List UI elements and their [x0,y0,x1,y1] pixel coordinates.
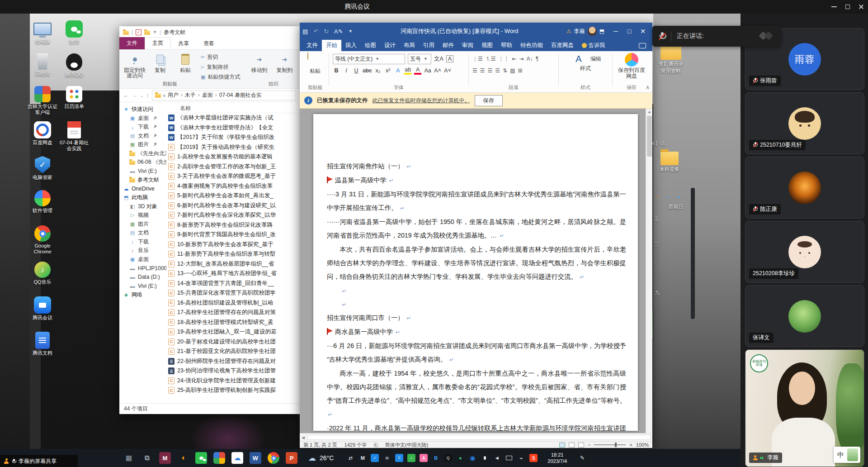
nav-item[interactable]: OneDrive [122,185,166,194]
close-button[interactable] [854,0,868,14]
file-row[interactable]: 【2017】关于印发《学联学生会组织改 [168,133,300,143]
tray-icon[interactable] [468,454,476,462]
char-border-icon[interactable]: A [446,55,453,62]
file-row[interactable]: 11-新形势下高校学生会组织改革与转型 [168,249,300,259]
ribbon-small-button[interactable]: ✂ 剪切 [201,53,240,61]
breadcrumb-item[interactable]: 木子 [185,91,202,99]
nav-item[interactable]: 桌面 [122,255,166,264]
taskbar-icon[interactable] [195,452,207,464]
document-page[interactable]: 招生宣传河南焦作站（一） 温县第一高级中学 ····3 月 31 日，新能源与环… [313,114,638,431]
proofing-icon[interactable]: ⎗ [374,442,378,448]
nav-item[interactable]: 图片 [122,140,166,149]
tray-icon[interactable] [407,454,415,462]
strikethrough-icon[interactable]: abc [363,67,372,74]
desktop-icon[interactable]: 腾讯会议 [26,296,59,321]
file-row[interactable]: 22-韶州师院学生社团管理存在问题及对 [168,357,300,367]
up-icon[interactable]: ↑ [146,92,150,99]
word-tab[interactable]: 帮助 [497,40,516,51]
comment-icon[interactable] [639,43,646,48]
baidu-netdisk-icon[interactable] [625,53,638,67]
scrollbar-track[interactable] [307,435,651,440]
document-paragraph[interactable]: ······河南省温县第一高级中学，始创于 1950 年，坐落在县城东南，地处黄… [327,215,626,243]
desktop-icon[interactable]: 此电脑 [26,20,59,45]
zoom-slider[interactable] [594,444,626,445]
nav-item[interactable]: 网络 [122,291,166,300]
file-row[interactable]: 《吉林大学学生社团管理办法》【全文 [168,123,300,133]
paste-icon[interactable] [307,53,323,67]
weather-widget[interactable]: ☁ 26°C [308,453,334,463]
quick-toolbar-check-icon[interactable]: ✓ [136,29,142,35]
ribbon-button[interactable]: 固定到快速访问 [122,52,147,88]
save-icon[interactable]: ▤ [302,28,308,35]
participant-tile[interactable]: 25210208李珍珍 [745,221,864,283]
file-row[interactable]: 7-新时代高校学生会深化改革探究_以华 [168,210,300,220]
file-row[interactable]: 6-新时代高校学生会改革与建设研究_以 [168,201,300,211]
zoom-slider-thumb[interactable] [615,443,617,447]
horizontal-scrollbar[interactable]: ◀ [300,433,652,441]
file-row[interactable]: 【2019】关于推动高校学生会（研究生 [168,143,300,152]
toolbar-dropdown-icon[interactable]: ▼ [153,30,157,34]
breadcrumb[interactable]: « 用户木子桌面07-04 暑期社会实 [152,91,296,100]
file-row[interactable]: 25-高职学生社团管理机制创新与实践探 [168,386,300,396]
document-paragraph[interactable]: 招生宣传河南周口市（一） [327,311,626,325]
file-row[interactable]: 20-基于标准化建设理论的高校学生社团 [168,337,300,347]
explorer-tab[interactable]: 查看 [196,38,222,49]
tray-icon[interactable] [346,454,354,462]
italic-icon[interactable]: I [343,67,350,74]
arrow-right-icon[interactable]: → [665,192,671,200]
word-tab[interactable]: 插入 [341,40,361,51]
screen-share-banner[interactable]: 李薇的屏幕共享 [0,455,78,467]
document-paragraph[interactable]: ····3 月 31 日，新能源与环境学院学院河南招生宣讲团成员来到“吉林大学优… [327,187,626,215]
document-paragraph[interactable]: 商水县第一高级中学 [327,325,626,339]
desktop-icon[interactable]: 日历清单 [58,86,90,110]
file-row[interactable]: 21-基于校园亚文化的高职院校学生社团 [168,347,300,357]
file-row[interactable]: 《吉林大学星级社团评定实施办法（试 [168,113,300,123]
nav-item[interactable]: 视频 [122,211,166,220]
participant-tile[interactable]: 25210710姜兆轩 [745,92,864,154]
document-paragraph[interactable]: 本次，共有四百余名温县学子参加宣讲活动。会上，与会师生观看吉林大学的招生宣传片后… [327,243,626,284]
nav-item[interactable]: 此电脑 [122,193,166,202]
taskbar-icon[interactable] [286,452,297,464]
word-count[interactable]: 1429 个字 [344,442,367,448]
tray-icon[interactable] [505,454,513,462]
ribbon-small-button[interactable]: ⌲ 复制路径 [201,63,240,71]
shrink-font-icon[interactable]: A˅ [444,67,451,74]
text-effects-icon[interactable]: A [394,67,401,74]
account-area[interactable]: ⚠ 李薇 ⬒ [566,27,604,36]
word-tab[interactable]: 文件 [302,40,322,51]
forward-icon[interactable]: → [132,92,137,99]
tray-icon[interactable] [444,454,452,462]
desktop-icon-contacts[interactable]: 资】通讯录 常用资料 [655,44,687,74]
bullets-icon[interactable]: ⋮☰ [472,56,483,62]
ribbon-small-button[interactable]: ▣ 粘贴快捷方式 [201,73,240,81]
nav-item[interactable]: 下载 [122,123,166,132]
recovery-save-button[interactable]: 保存 [475,95,503,106]
nav-item[interactable]: 3D 对象 [122,202,166,211]
ime-indicator[interactable]: 中 [834,447,860,463]
word-tab[interactable]: 绘图 [361,40,380,51]
qat-dropdown-icon[interactable]: ▼ [349,29,353,33]
styles-label[interactable]: 样式 [580,65,591,72]
document-paragraph[interactable]: 商水一高，建校于 1954 年，校史悠久，是周口市十所重点高中之一，商水县唯一一… [327,367,626,421]
back-icon[interactable]: ← [123,92,129,99]
read-mode-icon[interactable] [569,443,575,448]
format-pen-icon[interactable]: A✎ [334,28,343,35]
nav-item[interactable]: 音乐 [122,246,166,255]
styles-icon[interactable]: A [570,52,588,65]
document-paragraph[interactable]: ···6 月 26 日，新能源与环境学院河南招生宣讲团成员来到河南省周口市商水县… [327,339,626,367]
desktop-icon-party-folder[interactable]: 本科党务 [653,152,686,172]
grow-font-icon[interactable]: A˄ [434,67,441,74]
file-row[interactable]: 16-高校社团组织建设及管理机制_以哈 [168,298,300,308]
zoom-in-icon[interactable]: + [629,442,632,448]
action-center-icon[interactable] [578,453,587,462]
breadcrumb-item[interactable]: 用户 [168,91,185,99]
tray-icon[interactable] [456,454,464,462]
numbering-icon[interactable]: ⒈☰ [486,55,496,63]
breadcrumb-item[interactable]: 桌面 [202,91,219,99]
nav-item[interactable]: 文档 [122,132,166,141]
explorer-tab[interactable]: 主页 [145,37,171,49]
redo-icon[interactable]: ↻ [324,28,329,35]
edit-label[interactable]: 编辑 [590,55,601,63]
word-close-button[interactable]: ✕ [636,23,650,40]
explorer-titlebar[interactable]: | ✓ ▼ | 参考文献 [119,26,300,38]
